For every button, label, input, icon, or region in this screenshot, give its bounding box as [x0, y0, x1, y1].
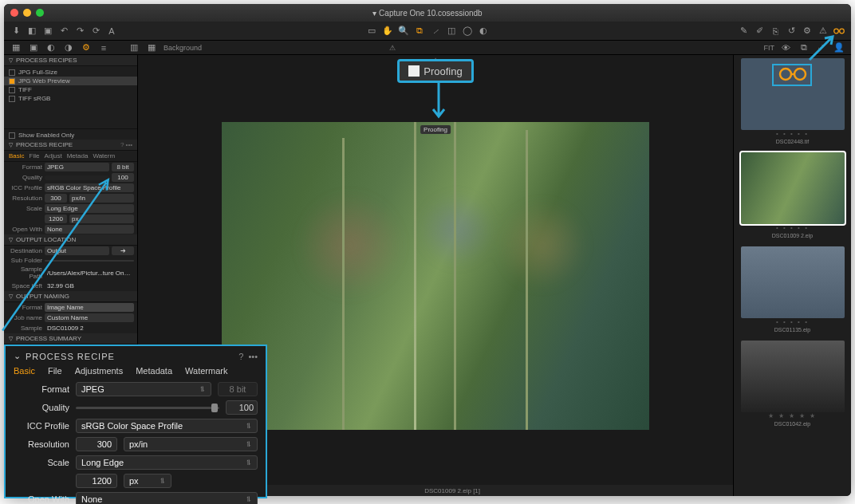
format-select[interactable]: JPEG — [45, 163, 109, 171]
callout-proofing: Proofing — [397, 59, 474, 83]
copy-icon[interactable]: ⎘ — [770, 26, 781, 37]
rating-dots[interactable]: • • • • • — [741, 224, 845, 231]
panel-header-recipes[interactable]: ▽PROCESS RECIPES — [4, 55, 137, 66]
library-tab-icon[interactable]: ▦ — [10, 42, 22, 53]
tab-file[interactable]: File — [30, 152, 40, 159]
res-input-big[interactable]: 300 — [76, 437, 117, 451]
crop-icon[interactable]: ⧉ — [414, 26, 425, 37]
tab-metadata[interactable]: Metada — [67, 152, 89, 159]
thumbnail[interactable]: • • • • •DSC01135.eip — [741, 246, 845, 337]
thumb-caption: DSC01009 2.eip — [741, 231, 845, 243]
exposure-tab-icon[interactable]: ◑ — [63, 42, 74, 53]
res-label: Resolution — [14, 439, 69, 449]
rating-dots[interactable]: • • • • • — [741, 130, 845, 137]
filename-text: DSC01009 2.eip [1] — [424, 487, 480, 494]
tab-metadata[interactable]: Metadata — [136, 366, 172, 376]
scale-val-big[interactable]: 1200 — [76, 474, 117, 488]
job-name-input[interactable]: Custom Name — [45, 313, 134, 322]
show-enabled-row[interactable]: Show Enabled Only — [4, 128, 137, 140]
tab-watermark[interactable]: Watermark — [185, 366, 227, 376]
redo-icon[interactable]: ↷ — [74, 26, 85, 37]
color-tab-icon[interactable]: ◐ — [45, 42, 57, 53]
grid-mode-icon[interactable]: ▦ — [146, 42, 157, 53]
naming-format[interactable]: Image Name — [45, 303, 134, 312]
quality-slider-big[interactable] — [76, 407, 219, 409]
thumb-image[interactable] — [741, 246, 845, 318]
recipe-row[interactable]: TIFF sRGB — [4, 94, 137, 103]
main-toolbar: ⬇ ◧ ▣ ↶ ↷ ⟳ A ▭ ✋ 🔍 ⧉ ⟋ ◫ ◯ ◐ ✎ ✐ ⎘ ↺ ⚙ … — [4, 22, 851, 41]
undo-icon[interactable]: ↶ — [58, 26, 69, 37]
res-input[interactable]: 300 — [45, 194, 67, 203]
keystone-icon[interactable]: ◫ — [446, 26, 457, 37]
tab-adjustments[interactable]: Adjustments — [75, 366, 124, 376]
adjust-tab-icon[interactable]: ≡ — [98, 42, 109, 53]
bg-label: Background — [164, 44, 202, 52]
panel-title: PROCESS RECIPE — [26, 352, 115, 361]
titlebar: ▾ Capture One 10.cosessiondb — [4, 4, 851, 22]
format-label: Format — [14, 384, 69, 394]
edit-icon[interactable]: ✎ — [738, 26, 749, 37]
brush-icon[interactable]: ✐ — [754, 26, 765, 37]
res-unit-select[interactable]: px/in⥮ — [124, 437, 258, 451]
recipe-row[interactable]: TIFF — [4, 85, 137, 94]
checkbox-icon[interactable] — [9, 96, 15, 102]
thumb-image[interactable] — [741, 341, 845, 412]
format-select-big[interactable]: JPEG⥮ — [76, 382, 211, 396]
tab-basic[interactable]: Basic — [9, 152, 25, 159]
checkbox-icon[interactable] — [9, 87, 15, 93]
process-recipe-panel-zoom: ⌄ PROCESS RECIPE ? ••• BasicFileAdjustme… — [4, 345, 267, 498]
zoom-tool-icon[interactable]: 🔍 — [398, 26, 409, 37]
thumb-caption: DSC01042.eip — [741, 419, 845, 431]
thumbnail[interactable]: • • • • •DSC01009 2.eip — [741, 152, 845, 243]
openwith-select[interactable]: None — [45, 225, 134, 234]
openwith-select-big[interactable]: None⥮ — [76, 492, 258, 504]
tab-basic[interactable]: Basic — [14, 366, 35, 376]
eye-icon[interactable]: 👁 — [781, 42, 792, 53]
recipe-row[interactable]: JPG Web Preview — [4, 77, 137, 85]
arrow-down-icon — [431, 83, 447, 126]
panel-header-summary[interactable]: ▽PROCESS SUMMARY — [4, 333, 137, 345]
reset-icon[interactable]: ↺ — [786, 26, 797, 37]
scale-select-big[interactable]: Long Edge⥮ — [76, 455, 258, 470]
import-icon[interactable]: ⬇ — [10, 26, 22, 37]
fit-label[interactable]: FIT — [763, 44, 774, 52]
callout-box-thumb — [772, 64, 812, 86]
spot-icon[interactable]: ◯ — [462, 26, 473, 37]
folder-icon[interactable]: ▣ — [42, 26, 53, 37]
proofing-badge: Proofing — [420, 125, 451, 134]
hand-icon[interactable]: ✋ — [382, 26, 393, 37]
rating-dots[interactable]: ★ ★ ★ ★ ★ — [741, 412, 845, 419]
scale-unit-select[interactable]: px⥮ — [124, 474, 171, 488]
thumb-image[interactable] — [741, 152, 845, 224]
help-icon[interactable]: ? ••• — [238, 352, 258, 361]
rotate-icon[interactable]: ⟳ — [90, 26, 101, 37]
recipe-row[interactable]: JPG Full-Size — [4, 68, 137, 77]
checkbox-icon[interactable] — [9, 69, 15, 76]
quality-value[interactable]: 100 — [226, 400, 258, 415]
dest-arrow-icon[interactable]: ➔ — [112, 246, 134, 255]
capture-tab-icon[interactable]: ▣ — [28, 42, 39, 53]
tab-file[interactable]: File — [48, 366, 62, 376]
pointer-icon[interactable]: ▭ — [366, 26, 377, 37]
scale-val-input[interactable]: 1200 — [45, 215, 67, 223]
thumbnail[interactable]: ★ ★ ★ ★ ★DSC01042.eip — [741, 341, 845, 431]
tab-adjustments[interactable]: Adjust — [44, 152, 61, 159]
capture-icon[interactable]: ◧ — [26, 26, 37, 37]
cursor-white-icon — [408, 65, 420, 77]
tab-watermark[interactable]: Waterm — [93, 152, 115, 159]
window-title: ▾ Capture One 10.cosessiondb — [4, 9, 851, 18]
icc-select[interactable]: sRGB Color Space Profile — [45, 183, 134, 192]
icc-label: ICC Profile — [14, 421, 69, 431]
straighten-icon[interactable]: ⟋ — [430, 26, 441, 37]
view-mode-icon[interactable]: ▥ — [128, 42, 140, 53]
output-tab-icon[interactable]: ⚙ — [81, 42, 92, 53]
bit-depth: 8 bit — [218, 382, 258, 396]
panel-header-recipe[interactable]: ▽PROCESS RECIPE? ••• — [4, 140, 137, 151]
mask-icon[interactable]: ◐ — [478, 26, 489, 37]
checkbox-icon[interactable] — [9, 78, 15, 85]
cursor-icon[interactable]: A — [106, 26, 117, 37]
chevron-down-icon[interactable]: ⌄ — [14, 351, 21, 361]
thumb-caption: DSC01135.eip — [741, 325, 845, 337]
icc-select-big[interactable]: sRGB Color Space Profile⥮ — [76, 419, 258, 433]
rating-dots[interactable]: • • • • • — [741, 318, 845, 325]
